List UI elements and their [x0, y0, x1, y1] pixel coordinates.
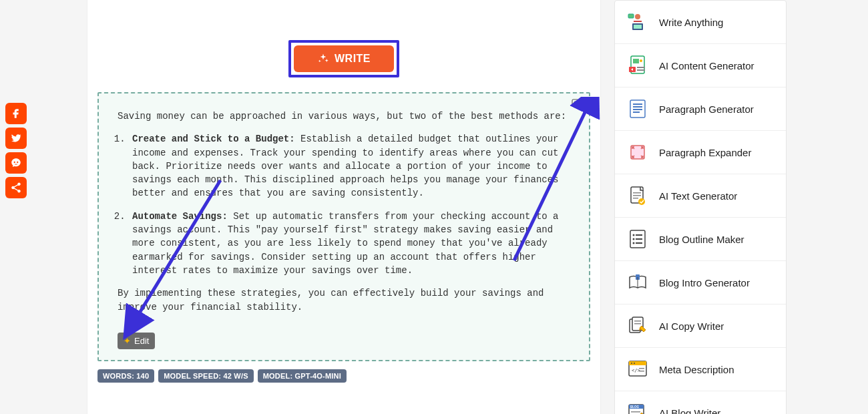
- svg-rect-15: [633, 109, 642, 110]
- expand-icon: [627, 142, 648, 163]
- edit-label: Edit: [134, 336, 149, 346]
- sidebar-item-paragraph-expander[interactable]: Paragraph Expander: [615, 131, 786, 174]
- speed-badge: MODEL SPEED: 42 W/S: [158, 369, 253, 383]
- sidebar-item-blog-intro[interactable]: Blog Intro Generator: [615, 261, 786, 304]
- svg-rect-45: [631, 411, 640, 413]
- sidebar-item-label: Paragraph Generator: [659, 104, 754, 115]
- svg-rect-33: [634, 321, 641, 322]
- edit-button[interactable]: ✦ Edit: [118, 333, 155, 349]
- svg-point-8: [640, 59, 642, 62]
- svg-point-2: [635, 14, 640, 19]
- main-content: WRITE Saving money can be approached in …: [87, 0, 601, 414]
- svg-rect-29: [636, 242, 642, 244]
- write-button[interactable]: WRITE: [294, 45, 394, 72]
- copy-button[interactable]: [570, 97, 585, 112]
- svg-point-28: [633, 242, 635, 244]
- sidebar-item-label: Blog Intro Generator: [659, 277, 750, 288]
- sparkle-icon: [317, 53, 329, 65]
- output-item-2: Automate Savings: Set up automatic trans…: [131, 210, 570, 277]
- output-box: Saving money can be approached in variou…: [97, 92, 590, 361]
- share-icon: [10, 182, 22, 194]
- documents-pencil-icon: [627, 315, 648, 337]
- blog-pencil-icon: BLOG: [627, 402, 648, 414]
- sidebar-item-label: AI Content Generator: [659, 60, 754, 71]
- svg-rect-11: [637, 69, 645, 71]
- sidebar-item-blog-outline[interactable]: Blog Outline Maker: [615, 218, 786, 261]
- outline-list-icon: [627, 228, 648, 250]
- write-button-label: WRITE: [335, 53, 371, 65]
- words-badge: WORDS: 140: [97, 369, 154, 383]
- svg-text:BLOG: BLOG: [630, 405, 639, 409]
- svg-point-24: [633, 234, 635, 236]
- sidebar-item-label: Paragraph Expander: [659, 147, 751, 158]
- svg-point-22: [638, 198, 645, 205]
- sidebar-item-label: Write Anything: [659, 17, 723, 28]
- sidebar-item-label: AI Text Generator: [659, 190, 737, 202]
- svg-point-38: [634, 363, 635, 364]
- svg-rect-41: [639, 371, 644, 372]
- sidebar-item-label: Meta Description: [659, 364, 734, 375]
- svg-rect-4: [634, 25, 642, 29]
- browser-code-icon: </>: [627, 359, 648, 380]
- output-intro: Saving money can be approached in variou…: [118, 110, 570, 123]
- document-check-icon: [627, 185, 648, 206]
- sidebar-item-copy-writer[interactable]: AI Copy Writer: [615, 304, 786, 348]
- svg-rect-16: [633, 112, 640, 113]
- share-button[interactable]: [5, 177, 27, 198]
- reddit-icon: [10, 157, 22, 169]
- document-media-icon: [627, 55, 648, 76]
- svg-rect-25: [636, 234, 642, 236]
- sidebar-item-label: Blog Outline Maker: [659, 234, 744, 245]
- svg-point-26: [633, 238, 635, 240]
- svg-rect-20: [633, 195, 641, 196]
- twitter-icon: [10, 132, 22, 144]
- social-rail: [5, 103, 27, 198]
- svg-rect-10: [637, 67, 645, 68]
- sidebar-item-label: AI Blog Writer: [659, 407, 720, 415]
- svg-rect-34: [634, 323, 641, 325]
- copy-icon: [570, 97, 582, 110]
- sidebar-item-meta-description[interactable]: </> Meta Description: [615, 348, 786, 391]
- tools-sidebar: Write Anything AI Content Generator Para…: [614, 0, 787, 414]
- svg-rect-7: [633, 59, 639, 63]
- facebook-icon: [10, 108, 22, 120]
- output-list: Create and Stick to a Budget: Establish …: [131, 132, 570, 277]
- svg-text:</>: </>: [632, 368, 640, 373]
- svg-rect-40: [639, 368, 644, 369]
- status-badges: WORDS: 140 MODEL SPEED: 42 W/S MODEL: GP…: [97, 369, 590, 383]
- svg-rect-0: [574, 101, 580, 108]
- spark-icon: ✦: [124, 336, 131, 346]
- svg-rect-27: [636, 238, 642, 240]
- document-lines-icon: [627, 98, 648, 120]
- svg-rect-1: [572, 99, 578, 106]
- sidebar-item-label: AI Copy Writer: [659, 321, 724, 332]
- person-laptop-icon: [627, 11, 648, 33]
- highlight-frame: WRITE: [288, 40, 399, 77]
- write-button-area: WRITE: [87, 7, 600, 92]
- sidebar-item-text-generator[interactable]: AI Text Generator: [615, 174, 786, 218]
- sidebar-item-paragraph-generator[interactable]: Paragraph Generator: [615, 87, 786, 131]
- svg-rect-21: [633, 198, 638, 199]
- output-item-1: Create and Stick to a Budget: Establish …: [131, 132, 570, 200]
- facebook-share-button[interactable]: [5, 103, 27, 124]
- reddit-share-button[interactable]: [5, 152, 27, 174]
- svg-rect-5: [628, 14, 634, 18]
- twitter-share-button[interactable]: [5, 128, 27, 149]
- model-badge: MODEL: GPT-4O-MINI: [258, 369, 347, 383]
- sidebar-item-write-anything[interactable]: Write Anything: [615, 1, 786, 44]
- svg-rect-14: [633, 106, 642, 108]
- sidebar-item-blog-writer[interactable]: BLOG AI Blog Writer: [615, 391, 786, 414]
- svg-rect-19: [633, 192, 641, 194]
- sidebar-item-content-generator[interactable]: AI Content Generator: [615, 44, 786, 87]
- svg-rect-13: [633, 104, 642, 105]
- svg-point-37: [631, 363, 632, 364]
- output-conclusion: By implementing these strategies, you ca…: [118, 286, 570, 314]
- open-book-icon: [627, 272, 648, 293]
